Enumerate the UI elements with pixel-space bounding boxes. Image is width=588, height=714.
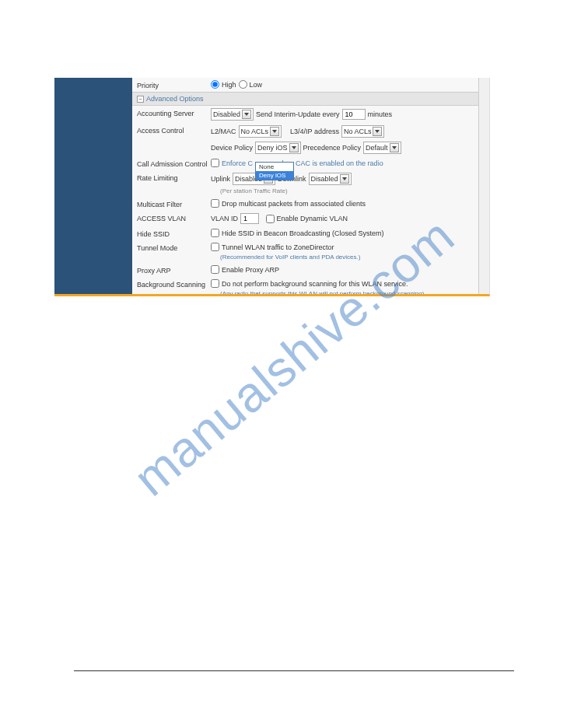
- downlink-select[interactable]: Disabled: [309, 173, 352, 185]
- device-policy-select[interactable]: Deny iOS: [255, 142, 301, 154]
- l2mac-label: L2/MAC: [211, 128, 236, 135]
- row-rate-limiting: Rate Limiting Uplink Disabled Downlink D…: [132, 170, 478, 197]
- access-vlan-label: ACCESS VLAN: [137, 213, 211, 222]
- chevron-down-icon: [340, 174, 349, 184]
- priority-low-text: Low: [250, 81, 263, 89]
- vlan-id-input[interactable]: [240, 213, 259, 224]
- background-scanning-checkbox[interactable]: [211, 279, 219, 288]
- proxy-arp-label: Proxy ARP: [137, 265, 211, 275]
- priority-label: Priority: [137, 80, 211, 89]
- row-access-control: Access Control L2/MAC No ACLs L3/4/IP ad…: [132, 123, 478, 156]
- hide-ssid-checkbox[interactable]: [211, 229, 219, 237]
- app-window: Priority High Low − Advanced Options Acc…: [54, 78, 490, 296]
- tunnel-mode-text: Tunnel WLAN traffic to ZoneDirector: [222, 243, 334, 251]
- dropdown-item-deny-ios[interactable]: Deny iOS: [256, 171, 293, 180]
- tunnel-mode-label: Tunnel Mode: [137, 243, 211, 252]
- device-policy-label: Device Policy: [211, 144, 253, 152]
- device-policy-dropdown-open: None Deny iOS: [255, 159, 275, 167]
- proxy-arp-text: Enable Proxy ARP: [222, 266, 279, 274]
- dropdown-item-none[interactable]: None: [256, 163, 293, 171]
- hide-ssid-text: Hide SSID in Beacon Broadcasting (Closed…: [222, 229, 384, 237]
- multicast-filter-text: Drop multicast packets from associated c…: [222, 200, 366, 208]
- chevron-down-icon: [373, 127, 382, 136]
- tunnel-mode-note: (Recommended for VoIP clients and PDA de…: [211, 254, 474, 261]
- multicast-filter-checkbox[interactable]: [211, 199, 219, 208]
- accounting-server-select[interactable]: Disabled: [211, 108, 254, 121]
- dynamic-vlan-checkbox[interactable]: [266, 215, 275, 223]
- chevron-down-icon: [242, 110, 251, 119]
- precedence-select[interactable]: Default: [363, 142, 401, 154]
- background-scanning-label: Background Scanning: [137, 279, 211, 289]
- uplink-label: Uplink: [211, 175, 230, 183]
- multicast-filter-label: Multicast Filter: [137, 199, 211, 208]
- cac-label: Call Admission Control: [137, 159, 211, 168]
- chevron-down-icon: [390, 143, 399, 152]
- access-control-label: Access Control: [137, 125, 211, 135]
- row-cac: Call Admission Control Enforce C None De…: [132, 156, 478, 170]
- background-scanning-text: Do not perform background scanning for t…: [222, 280, 408, 288]
- cac-text-before: Enforce C: [222, 159, 253, 167]
- hide-ssid-label: Hide SSID: [137, 229, 211, 238]
- row-tunnel-mode: Tunnel Mode Tunnel WLAN traffic to ZoneD…: [132, 240, 478, 263]
- device-policy-dropdown-menu: None Deny iOS: [255, 162, 294, 180]
- collapse-icon: −: [137, 96, 144, 103]
- row-access-vlan: ACCESS VLAN VLAN ID Enable Dynamic VLAN: [132, 211, 478, 226]
- main-content: Priority High Low − Advanced Options Acc…: [132, 78, 478, 294]
- dynamic-vlan-text: Enable Dynamic VLAN: [277, 215, 348, 222]
- row-proxy-arp: Proxy ARP Enable Proxy ARP: [132, 263, 478, 277]
- chevron-down-icon: [270, 127, 279, 136]
- chevron-down-icon: [289, 143, 299, 152]
- accounting-server-label: Accounting Server: [137, 108, 211, 117]
- l2mac-select[interactable]: No ACLs: [239, 125, 282, 138]
- cac-checkbox[interactable]: [211, 159, 219, 167]
- row-hide-ssid: Hide SSID Hide SSID in Beacon Broadcasti…: [132, 226, 478, 240]
- l34-label: L3/4/IP address: [290, 128, 339, 135]
- page-footer-rule: [74, 670, 514, 671]
- row-priority: Priority High Low: [132, 78, 478, 92]
- rate-limiting-note: (Per station Traffic Rate): [211, 187, 474, 194]
- vertical-scrollbar[interactable]: [478, 78, 489, 294]
- precedence-label: Precedence Policy: [303, 144, 362, 152]
- row-multicast-filter: Multicast Filter Drop multicast packets …: [132, 197, 478, 211]
- interim-text-after: minutes: [368, 110, 393, 118]
- interim-interval-input[interactable]: [342, 109, 366, 120]
- priority-high-radio[interactable]: [211, 80, 219, 89]
- row-accounting-server: Accounting Server Disabled Send Interim-…: [132, 106, 478, 123]
- priority-high-text: High: [222, 81, 236, 89]
- tunnel-mode-checkbox[interactable]: [211, 243, 219, 251]
- sidebar-nav: [54, 78, 132, 294]
- priority-low-radio[interactable]: [239, 80, 247, 89]
- background-scanning-note: (Any radio that supports this WLAN will …: [211, 290, 474, 296]
- rate-limiting-label: Rate Limiting: [137, 173, 211, 182]
- advanced-options-toggle[interactable]: − Advanced Options: [132, 92, 478, 106]
- interim-text-before: Send Interim-Update every: [256, 110, 340, 118]
- vlan-id-label: VLAN ID: [211, 215, 238, 222]
- l34-select[interactable]: No ACLs: [341, 125, 385, 138]
- row-background-scanning: Background Scanning Do not perform backg…: [132, 277, 478, 296]
- advanced-options-label: Advanced Options: [146, 95, 204, 103]
- proxy-arp-checkbox[interactable]: [211, 265, 219, 274]
